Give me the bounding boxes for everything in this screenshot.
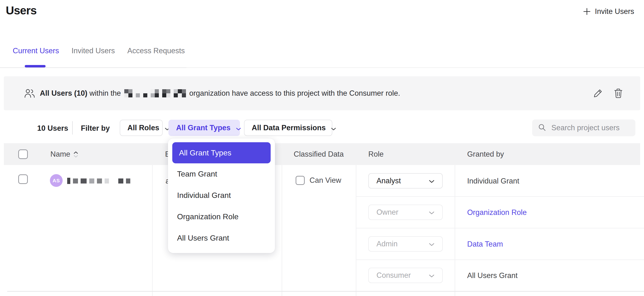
role-select-value: Analyst — [376, 176, 401, 185]
chevron-down-icon — [331, 124, 336, 133]
subrow-divider — [356, 228, 644, 228]
filter-all-data-permissions[interactable]: All Data Permissions — [244, 120, 332, 136]
active-tab-indicator — [25, 65, 46, 68]
filter-all-grant-types-label: All Grant Types — [176, 124, 230, 132]
redacted-user-name — [67, 178, 130, 184]
select-all-checkbox[interactable] — [18, 150, 28, 159]
grant-types-dropdown-menu: All Grant Types Team Grant Individual Gr… — [168, 138, 275, 253]
column-header-role: Role — [368, 150, 384, 158]
role-select-value: Admin — [376, 240, 398, 248]
banner-text: All Users (10) within the organization h… — [40, 76, 400, 110]
tab-access-requests[interactable]: Access Requests — [128, 46, 185, 55]
filter-all-roles-label: All Roles — [128, 124, 159, 132]
menu-item-all-users-grant[interactable]: All Users Grant — [172, 228, 271, 249]
filter-by-label: Filter by — [81, 124, 110, 133]
tab-invited-users[interactable]: Invited Users — [72, 46, 115, 55]
tab-bar-divider-dark — [0, 68, 186, 68]
plus-icon — [583, 8, 591, 16]
granted-by-all-users-grant: All Users Grant — [467, 271, 518, 280]
can-view-label: Can View — [310, 176, 341, 185]
avatar: AS — [50, 174, 62, 187]
role-select-value: Owner — [376, 208, 398, 216]
column-divider — [282, 165, 282, 296]
subrow-divider — [356, 260, 644, 260]
role-select-analyst[interactable]: Analyst — [368, 173, 443, 188]
banner-text-after: organization have access to this project… — [189, 89, 400, 98]
role-select-consumer[interactable]: Consumer — [368, 268, 443, 283]
menu-item-all-grant-types[interactable]: All Grant Types — [172, 142, 271, 163]
role-select-admin[interactable]: Admin — [368, 236, 443, 252]
page-title: Users — [6, 4, 36, 17]
chevron-down-icon — [236, 124, 241, 133]
granted-by-data-team-link[interactable]: Data Team — [467, 240, 503, 248]
column-divider — [455, 165, 455, 296]
tab-current-users[interactable]: Current Users — [13, 46, 59, 55]
banner-text-before: within the — [90, 89, 121, 98]
column-divider — [152, 165, 152, 296]
granted-by-individual-grant: Individual Grant — [467, 177, 519, 186]
filter-all-grant-types[interactable]: All Grant Types — [168, 120, 240, 136]
row-checkbox[interactable] — [18, 174, 28, 184]
filter-all-roles[interactable]: All Roles — [120, 120, 163, 136]
classified-data-cell: Can View — [296, 176, 341, 185]
menu-item-organization-role[interactable]: Organization Role — [172, 206, 271, 228]
column-divider — [356, 165, 356, 296]
row-checkbox-wrap — [18, 174, 28, 184]
column-header-granted-by: Granted by — [467, 150, 504, 158]
invite-users-button[interactable]: Invite Users — [583, 7, 634, 16]
banner-actions — [593, 76, 623, 110]
chevron-down-icon — [429, 208, 434, 216]
column-header-name[interactable]: Name — [50, 150, 70, 158]
user-count: 10 Users — [37, 124, 68, 133]
users-page: Users Invite Users Current Users Invited… — [0, 0, 644, 296]
role-select-value: Consumer — [376, 271, 411, 280]
sort-chevrons-icon[interactable] — [74, 151, 78, 158]
chevron-down-icon — [429, 176, 434, 185]
toolbar-divider — [72, 121, 73, 134]
column-header-classified-data: Classified Data — [294, 150, 344, 158]
role-select-owner[interactable]: Owner — [368, 204, 443, 220]
chevron-down-icon — [429, 271, 434, 280]
search-project-users — [532, 120, 635, 136]
table-header: Name Email Classified Data Role Granted … — [4, 143, 640, 165]
banner-bold-text: All Users (10) — [40, 89, 87, 98]
can-view-checkbox[interactable] — [296, 176, 305, 185]
search-input[interactable] — [551, 123, 630, 132]
row-bottom-border — [7, 291, 644, 292]
menu-item-individual-grant[interactable]: Individual Grant — [172, 185, 271, 206]
search-icon — [538, 123, 546, 132]
redacted-org-name — [124, 89, 186, 98]
people-icon — [24, 89, 35, 99]
trash-icon[interactable] — [614, 88, 623, 98]
tab-bar: Current Users Invited Users Access Reque… — [13, 46, 185, 55]
filter-all-data-permissions-label: All Data Permissions — [252, 124, 326, 132]
granted-by-organization-role-link[interactable]: Organization Role — [467, 208, 527, 217]
all-users-access-banner: All Users (10) within the organization h… — [4, 76, 640, 110]
subrow-divider — [356, 196, 644, 197]
menu-item-team-grant[interactable]: Team Grant — [172, 163, 271, 185]
pencil-icon[interactable] — [593, 88, 603, 98]
invite-users-label: Invite Users — [595, 7, 634, 16]
chevron-down-icon — [429, 240, 434, 248]
